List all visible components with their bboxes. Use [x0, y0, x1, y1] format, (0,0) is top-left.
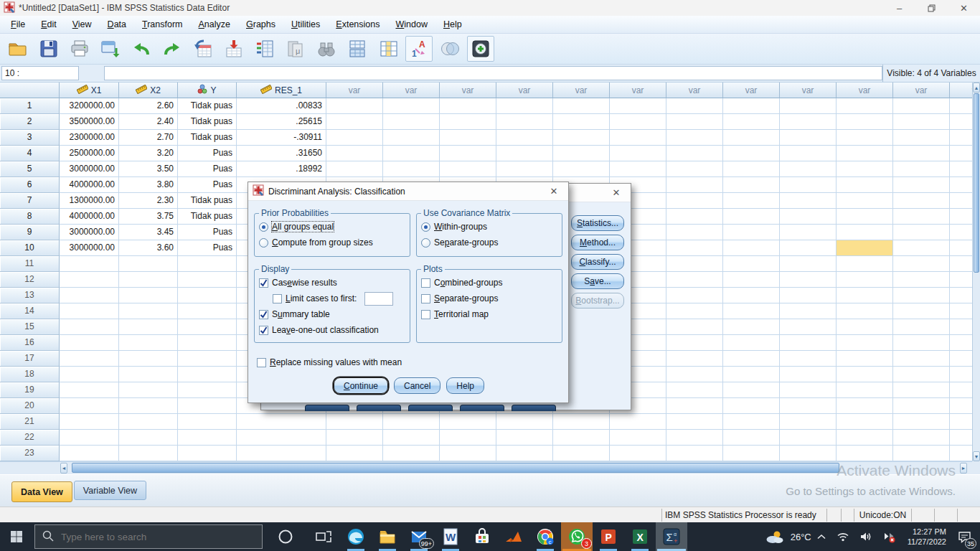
var-cell[interactable]	[553, 114, 610, 130]
scroll-right-icon[interactable]: ►	[960, 463, 967, 474]
var-cell[interactable]	[723, 146, 780, 161]
row-header-17[interactable]: 17	[0, 351, 60, 367]
menu-analyze[interactable]: Analyze	[191, 17, 238, 32]
var-cell[interactable]	[837, 272, 893, 288]
var-cell[interactable]	[950, 161, 972, 177]
data-cell[interactable]	[119, 367, 178, 382]
data-cell[interactable]: Puas	[178, 177, 237, 193]
data-cell[interactable]: Tidak puas	[178, 98, 237, 114]
method-button[interactable]: Method...	[571, 235, 624, 250]
column-header-res-1[interactable]: RES_1	[237, 83, 326, 98]
var-cell[interactable]	[666, 114, 723, 130]
taskbar-store-icon[interactable]	[466, 522, 498, 551]
radio-button[interactable]	[259, 222, 268, 232]
checkbox[interactable]	[259, 310, 268, 319]
var-cell[interactable]	[326, 414, 383, 430]
var-cell[interactable]	[610, 130, 666, 146]
var-cell[interactable]	[893, 382, 950, 398]
var-cell[interactable]	[666, 335, 723, 351]
var-cell[interactable]	[780, 367, 837, 382]
var-cell[interactable]	[893, 351, 950, 367]
var-cell[interactable]	[837, 446, 893, 461]
var-cell[interactable]	[496, 161, 553, 177]
var-cell[interactable]	[950, 335, 972, 351]
var-cell[interactable]	[666, 240, 723, 256]
var-cell[interactable]	[383, 146, 440, 161]
var-cell[interactable]	[383, 130, 440, 146]
var-cell[interactable]	[610, 146, 666, 161]
data-cell[interactable]	[60, 303, 119, 319]
data-cell[interactable]: 3.45	[119, 225, 178, 240]
var-cell[interactable]	[326, 446, 383, 461]
var-cell[interactable]	[383, 161, 440, 177]
menu-view[interactable]: View	[65, 17, 100, 32]
data-cell[interactable]	[119, 256, 178, 272]
checkbox[interactable]	[273, 294, 282, 303]
var-cell[interactable]	[837, 130, 893, 146]
row-header-14[interactable]: 14	[0, 303, 60, 319]
active-cell[interactable]	[837, 240, 893, 256]
var-cell[interactable]	[723, 193, 780, 209]
var-cell[interactable]	[950, 130, 972, 146]
data-cell[interactable]	[119, 446, 178, 461]
tab-variable-view[interactable]: Variable View	[74, 481, 146, 500]
var-cell[interactable]	[950, 98, 972, 114]
taskbar-edge-icon[interactable]	[340, 522, 372, 551]
data-cell[interactable]	[60, 319, 119, 335]
scroll-up-icon[interactable]: ▲	[973, 83, 980, 93]
menu-edit[interactable]: Edit	[33, 17, 65, 32]
var-cell[interactable]	[893, 446, 950, 461]
var-cell[interactable]	[723, 430, 780, 446]
var-cell[interactable]	[893, 256, 950, 272]
data-cell[interactable]	[119, 303, 178, 319]
var-cell[interactable]	[780, 193, 837, 209]
var-cell[interactable]	[723, 303, 780, 319]
menu-utilities[interactable]: Utilities	[283, 17, 328, 32]
radio-within-groups[interactable]: Within-groups	[421, 219, 557, 235]
var-cell[interactable]	[553, 446, 610, 461]
var-cell[interactable]	[723, 240, 780, 256]
checkbox-limit-cases-to-first[interactable]: Limit cases to first:	[259, 291, 405, 306]
var-cell[interactable]	[723, 98, 780, 114]
data-cell[interactable]: .18992	[237, 161, 326, 177]
var-cell[interactable]	[780, 146, 837, 161]
data-cell[interactable]	[178, 272, 237, 288]
data-cell[interactable]	[60, 335, 119, 351]
var-column-header[interactable]: var	[440, 83, 496, 98]
data-cell[interactable]: 3200000.00	[60, 98, 119, 114]
row-header-16[interactable]: 16	[0, 335, 60, 351]
var-cell[interactable]	[950, 398, 972, 414]
var-cell[interactable]	[893, 177, 950, 193]
row-header-22[interactable]: 22	[0, 430, 60, 446]
cell-editor-input[interactable]	[104, 66, 882, 80]
data-cell[interactable]	[178, 335, 237, 351]
taskbar-chrome-icon[interactable]: c	[529, 522, 561, 551]
data-cell[interactable]	[60, 367, 119, 382]
var-cell[interactable]	[950, 430, 972, 446]
var-cell[interactable]	[893, 303, 950, 319]
grid-corner-cell[interactable]	[0, 83, 60, 98]
taskbar-powerpoint-icon[interactable]: P	[593, 522, 624, 551]
var-cell[interactable]	[837, 225, 893, 240]
taskbar-matlab-icon[interactable]	[498, 522, 529, 551]
data-cell[interactable]: Puas	[178, 225, 237, 240]
redo-icon[interactable]	[159, 36, 186, 62]
var-column-header[interactable]: var	[496, 83, 553, 98]
var-cell[interactable]	[553, 414, 610, 430]
taskbar-mail-icon[interactable]: 99+	[403, 522, 435, 551]
taskbar-word-icon[interactable]: W	[435, 522, 466, 551]
var-cell[interactable]	[496, 130, 553, 146]
var-cell[interactable]	[383, 446, 440, 461]
var-cell[interactable]	[496, 414, 553, 430]
var-cell[interactable]	[837, 256, 893, 272]
var-cell[interactable]	[893, 240, 950, 256]
clock[interactable]: 12:27 PM 11/27/2022	[901, 527, 953, 547]
var-cell[interactable]	[723, 161, 780, 177]
var-cell[interactable]	[723, 177, 780, 193]
data-cell[interactable]	[237, 430, 326, 446]
data-cell[interactable]: 3.50	[119, 161, 178, 177]
var-cell[interactable]	[893, 288, 950, 303]
open-data-icon[interactable]	[4, 36, 32, 62]
scroll-left-icon[interactable]: ◄	[60, 463, 67, 474]
descriptives-icon[interactable]: μ	[282, 36, 309, 62]
